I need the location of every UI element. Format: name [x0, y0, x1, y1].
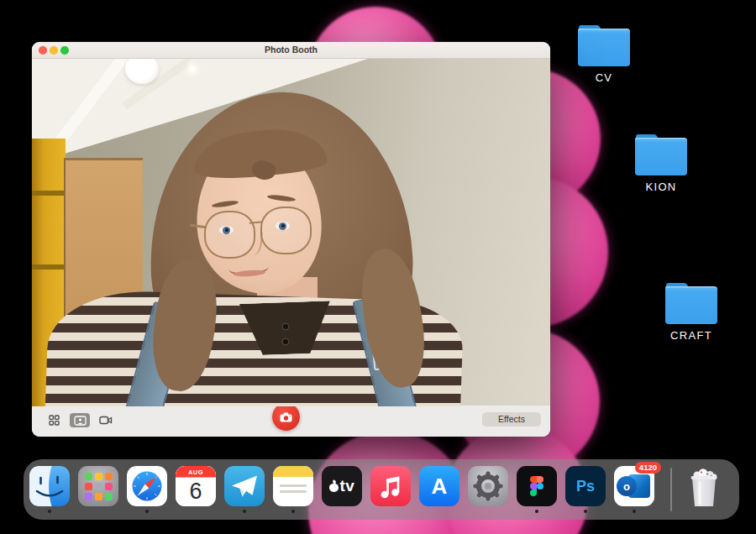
capture-button[interactable] [272, 403, 300, 431]
eye [219, 226, 234, 234]
telegram-icon [224, 466, 265, 506]
running-indicator [633, 510, 636, 513]
folder-label: CRAFT [662, 329, 721, 342]
video-camera-icon [99, 416, 113, 425]
dock-appletv[interactable]: tv [322, 466, 362, 506]
shirt-button [283, 339, 288, 344]
camera-icon [280, 412, 292, 422]
dock-safari[interactable] [127, 466, 167, 506]
gear-icon [474, 472, 503, 501]
finder-icon [29, 466, 70, 506]
settings-icon [468, 466, 508, 506]
running-indicator [48, 510, 51, 513]
effects-button[interactable]: Effects [482, 412, 541, 427]
dock-photoshop[interactable]: Ps [565, 466, 606, 506]
appstore-glyph: A [432, 474, 448, 500]
calendar-month: AUG [188, 469, 203, 476]
figma-icon [517, 466, 557, 506]
music-note-icon [370, 466, 411, 506]
dock-settings[interactable] [468, 466, 508, 506]
dock-outlook[interactable]: o 4120 [614, 466, 654, 506]
calendar-icon: AUG 6 [176, 466, 216, 506]
launchpad-icon [78, 466, 118, 506]
photo-booth-toolbar: Effects [32, 405, 550, 437]
appletv-icon: tv [322, 466, 362, 506]
dock-finder[interactable] [29, 466, 70, 506]
photoshop-icon: Ps [565, 466, 606, 506]
running-indicator [535, 510, 538, 513]
photoshop-label: Ps [576, 478, 595, 495]
dock-figma[interactable] [517, 466, 557, 506]
running-indicator [243, 510, 246, 513]
shirt-button [283, 324, 288, 329]
outlook-badge: 4120 [635, 462, 661, 474]
running-indicator [584, 510, 587, 513]
dock-notes[interactable] [273, 466, 313, 506]
calendar-day: 6 [189, 479, 202, 504]
folder-label: KION [632, 181, 690, 193]
dock: AUG 6 [24, 459, 739, 520]
video-mode-button[interactable] [96, 413, 116, 427]
glasses-right-lens [260, 207, 312, 254]
dock-trash[interactable] [684, 466, 724, 506]
appstore-icon: A [419, 466, 459, 506]
dock-launchpad[interactable] [78, 466, 118, 506]
dock-music[interactable] [370, 466, 411, 506]
desktop-folder-cv[interactable]: CV [575, 25, 633, 84]
folder-icon [578, 25, 630, 67]
photo-booth-window: Photo Booth [32, 42, 550, 437]
still-photo-mode-button[interactable] [70, 413, 90, 427]
outlook-glyph: o [623, 480, 630, 493]
trash-icon [684, 466, 724, 506]
folder-icon [665, 283, 717, 325]
eye [276, 222, 290, 230]
apple-logo-icon [329, 481, 339, 492]
window-title: Photo Booth [32, 42, 550, 58]
folder-label: CV [575, 71, 633, 84]
running-indicator [145, 510, 149, 513]
desktop-folder-craft[interactable]: CRAFT [662, 283, 721, 342]
folder-icon [635, 134, 687, 176]
running-indicator [291, 510, 295, 513]
desktop: CV KION CRAFT Photo Booth [0, 0, 756, 534]
four-up-mode-button[interactable] [44, 413, 64, 427]
dock-appstore[interactable]: A [419, 466, 459, 506]
grid-icon [49, 415, 60, 426]
appletv-label: tv [340, 477, 355, 495]
portrait-icon [74, 416, 87, 426]
dock-calendar[interactable]: AUG 6 [176, 466, 216, 506]
music-icon [370, 466, 411, 506]
notes-icon [273, 466, 313, 506]
desktop-folder-kion[interactable]: KION [632, 134, 690, 193]
titlebar[interactable]: Photo Booth [32, 42, 550, 59]
safari-icon [127, 466, 167, 506]
dock-telegram[interactable] [224, 466, 265, 506]
camera-preview [32, 59, 550, 406]
dock-separator [670, 468, 672, 511]
